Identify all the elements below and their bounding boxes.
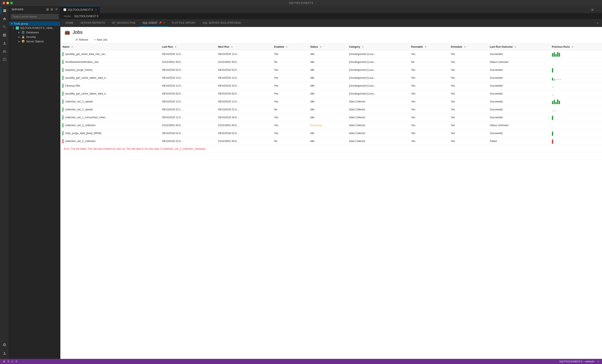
cell-schedule: Yes [449,98,488,106]
cell-status: Idle [308,66,347,74]
sort-name-icon: ▼ [71,46,73,48]
nav-tab-sp-whoisactive[interactable]: SP_WHOISACTIVE [108,19,139,27]
sort-category-icon: ▼ [362,46,364,48]
col-header-lastoutcome[interactable]: Last Run Outcome ▼ [488,44,550,50]
search-input[interactable] [11,14,58,19]
activity-home-icon[interactable] [1,15,8,23]
tab-label: SQLTOOLSVNEXT-5 [68,8,93,11]
databases-icon: 🗄️ [22,31,25,34]
nav-tab-flat-file[interactable]: FLAT FILE IMPORT [169,19,199,27]
table-row[interactable]: sysutility_get_views_data_into_cac... 09… [60,50,602,58]
cell-nextrun: 09/14/2018 13:4... [216,98,272,106]
status-indicator [63,84,63,88]
col-header-prevruns[interactable]: Previous Runs ▼ [550,44,602,50]
svg-rect-2 [3,11,6,12]
databases-label: Databases [26,31,39,34]
col-header-status[interactable]: Status ▼ [308,44,347,50]
tab-close-icon[interactable]: ✕ [95,9,97,11]
sidebar-new-connection-icon[interactable]: ⊞ [46,8,49,11]
nav-tab-add-icon[interactable]: + [595,20,600,26]
table-row[interactable]: sysutility_get_cache_tables_data_ir... 0… [60,74,602,82]
sidebar-group-tools[interactable]: ▼ Tools group [9,21,60,26]
sidebar-refresh-icon[interactable]: ↺ [55,8,58,11]
activity-terminal-icon[interactable] [1,56,8,63]
nav-tab-sql-agent-close-icon[interactable]: ✕ [163,21,165,24]
breadcrumb-home[interactable]: Home [64,15,71,18]
sidebar-item-server-objects[interactable]: ▶ 📦 Server Objects [9,39,60,44]
cell-enabled: Yes [272,98,308,106]
table-row[interactable]: collection_set_3_collection 01/01/0001 0… [60,122,602,129]
nav-tab-sql-agent[interactable]: SQL AGENT 📌 ✕ [139,19,169,27]
table-row[interactable]: sysutility_get_cache_tables_data_ir... 0… [60,90,602,98]
cell-status: Idle [308,82,347,90]
new-job-button[interactable]: + New Job [92,37,109,42]
activity-settings-icon[interactable] [1,341,8,349]
activity-user-icon[interactable] [1,349,8,357]
cell-lastrun: 09/14/2018 12:0... [160,82,216,90]
activity-users-icon[interactable] [1,39,8,47]
sidebar-item-databases[interactable]: ▶ 🗄️ Databases [9,30,60,35]
cell-schedule: Yes [449,82,488,90]
table-row[interactable]: mdw_purge_data_[keep_MDW] 09/14/2018 02:… [60,129,602,137]
cell-lastrun: 09/13/2018 22:0... [160,137,216,145]
run-dash [558,79,559,80]
sidebar-disconnect-icon[interactable]: ⊟ [51,8,53,11]
cell-nextrun: 09/13/2018 22:3... [216,106,272,114]
run-dash [552,87,554,87]
sidebar-item-security[interactable]: ▶ 🔒 Security [9,35,60,39]
nav-tab-sp-label: SP_WHOISACTIVE [112,21,136,24]
nav-tab-sql-agent-pin-icon[interactable]: 📌 [159,21,162,24]
table-row[interactable]: collection_set_1_noncached_collec... 09/… [60,114,602,122]
cell-name: Cleanup DBs [60,82,160,90]
col-header-nextrun[interactable]: Next Run ▼ [216,44,272,50]
cell-enabled: No [272,58,308,66]
server-icon [16,27,19,30]
cell-name: syspolicy_purge_history [60,66,160,74]
cell-prevruns [550,58,602,66]
cell-nextrun: 09/14/2018 18:0... [216,114,272,122]
refresh-button[interactable]: ↺ Refresh [73,37,90,42]
table-row[interactable]: SmoBaselineVerification_Job 01/01/0001 0… [60,58,602,66]
col-header-runnable[interactable]: Runnable ▼ [409,44,449,50]
close-button[interactable] [3,2,5,4]
activity-search-icon[interactable] [1,23,8,31]
col-header-name[interactable]: Name ▼ [60,44,160,50]
activity-explorer-icon[interactable] [1,31,8,39]
run-bar [555,102,557,104]
col-header-category[interactable]: Category ▼ [347,44,409,50]
server-name-label: SQLTOOLSVNEXT-5, <defa... [20,27,54,30]
table-row[interactable]: collection_set_2_upload 09/13/2018 22:1.… [60,106,602,114]
run-bar [555,54,557,57]
jobs-container: 💼 Jobs ↺ Refresh + New Job [60,27,602,359]
cell-schedule: Yes [449,66,488,74]
col-header-enabled[interactable]: Enabled ▼ [272,44,308,50]
col-header-schedule[interactable]: Schedule ▼ [449,44,488,50]
tab-sqltoolsvnext5[interactable]: ⬜ SQLTOOLSVNEXT-5 ✕ [60,6,100,13]
cell-prevruns [550,98,602,106]
nav-tab-server-reports[interactable]: SERVER REPORTS [77,19,108,27]
nav-tab-sql-server-2019[interactable]: SQL SERVER 2019 (PREVIEW) [199,19,245,27]
cell-category: [Uncategorized (Loca... [347,82,409,90]
cell-category: Data Collector [347,137,409,145]
cell-name: sysutility_get_views_data_into_cac... [60,50,160,58]
server-arrow-icon: ▼ [12,27,15,29]
tab-more-icon[interactable]: … [596,8,600,12]
status-indicator [63,52,63,56]
tab-layout-icon[interactable]: ⊞ [591,8,595,12]
nav-tab-home[interactable]: HOME [62,19,77,27]
table-row[interactable]: collection_set_3_upload 09/14/2018 13:3.… [60,98,602,106]
col-header-lastrun[interactable]: Last Run ▼ [160,44,216,50]
maximize-button[interactable] [10,2,13,4]
cell-lastoutcome: Succeeded [488,74,550,82]
svg-rect-1 [3,10,6,11]
table-row[interactable]: Cleanup DBs 09/14/2018 12:0... 09/14/201… [60,82,602,90]
activity-servers-icon[interactable] [1,7,8,15]
group-label: Tools group [14,22,28,25]
status-indicator [63,76,63,80]
sidebar-item-server[interactable]: ▼ SQLTOOLSVNEXT-5, <defa... [9,26,60,30]
minimize-button[interactable] [6,2,9,4]
content-area: ⬜ SQLTOOLSVNEXT-5 ✕ ⊞ … Home › SQLTOOLSV… [60,6,602,359]
table-row[interactable]: syspolicy_purge_history 09/14/2018 02:0.… [60,66,602,74]
table-row[interactable]: collection_set_2_collection 09/13/2018 2… [60,137,602,145]
activity-group-icon[interactable] [1,47,8,55]
